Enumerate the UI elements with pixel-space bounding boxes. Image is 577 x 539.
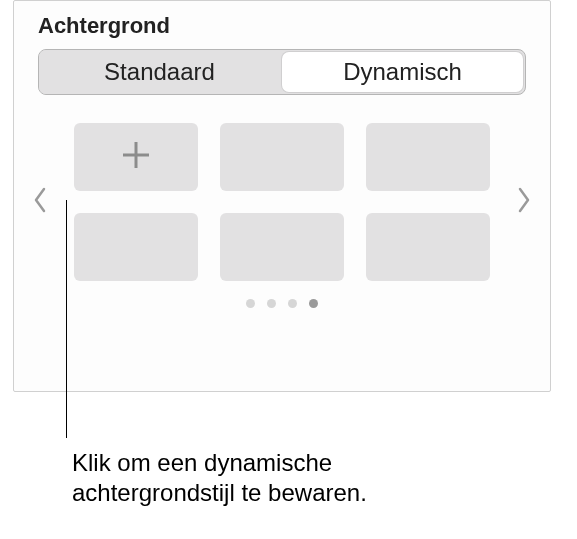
background-tile[interactable] (220, 123, 344, 191)
chevron-left-icon (33, 187, 47, 217)
background-grid (56, 123, 508, 281)
plus-icon (119, 138, 153, 176)
callout-text: Klik om een dynamische achtergrondstijl … (72, 448, 492, 508)
background-tile[interactable] (366, 123, 490, 191)
tile-carousel (14, 123, 550, 281)
background-tile[interactable] (74, 213, 198, 281)
chevron-right-icon (517, 187, 531, 217)
panel-title: Achtergrond (14, 13, 550, 39)
page-dot-2[interactable] (267, 299, 276, 308)
background-tile[interactable] (220, 213, 344, 281)
background-tile[interactable] (366, 213, 490, 281)
callout-line (66, 200, 67, 438)
tab-group: Standaard Dynamisch (38, 49, 526, 95)
next-page-button[interactable] (508, 182, 540, 222)
tab-dynamic[interactable]: Dynamisch (282, 52, 523, 92)
page-dots (14, 299, 550, 308)
add-background-tile[interactable] (74, 123, 198, 191)
page-dot-1[interactable] (246, 299, 255, 308)
prev-page-button[interactable] (24, 182, 56, 222)
background-panel: Achtergrond Standaard Dynamisch (13, 0, 551, 392)
tab-standard[interactable]: Standaard (39, 50, 280, 94)
page-dot-4[interactable] (309, 299, 318, 308)
page-dot-3[interactable] (288, 299, 297, 308)
